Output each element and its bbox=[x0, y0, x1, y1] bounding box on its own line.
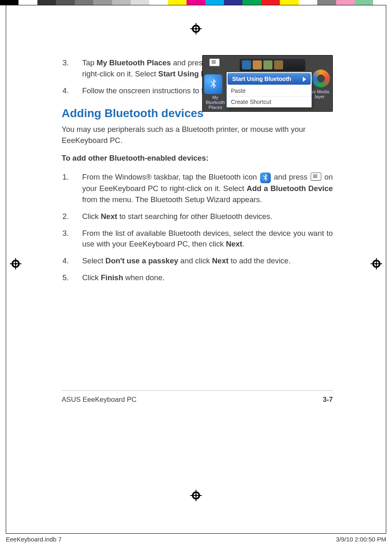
bluetooth-icon bbox=[204, 74, 222, 94]
menu-key-icon bbox=[311, 173, 321, 181]
add-step-4: 4. Select Don't use a passkey and click … bbox=[62, 256, 333, 267]
menu-item-paste[interactable]: Paste bbox=[227, 85, 311, 97]
add-device-steps: 1. From the Windows® taskbar, tap the Bl… bbox=[62, 172, 333, 283]
step-number: 3. bbox=[62, 228, 82, 250]
step-number: 2. bbox=[62, 211, 82, 222]
svg-rect-14 bbox=[371, 263, 382, 264]
registration-mark-top bbox=[190, 23, 202, 35]
step-number: 3. bbox=[62, 58, 82, 80]
printer-color-bar bbox=[0, 0, 392, 5]
step-number: 5. bbox=[62, 272, 82, 283]
bluetooth-desktop-label: My Bluetooth Places bbox=[203, 95, 228, 110]
page-content: My Bluetooth Places ws Media layer Start… bbox=[62, 58, 333, 404]
step-body: From the Windows® taskbar, tap the Bluet… bbox=[82, 172, 333, 205]
imprint-datetime: 3/9/10 2:00:50 PM bbox=[336, 536, 386, 543]
step-body: Click Next to start searching for other … bbox=[82, 211, 333, 222]
footer-product: ASUS EeeKeyboard PC bbox=[62, 396, 136, 404]
registration-mark-left bbox=[10, 258, 21, 270]
svg-rect-4 bbox=[190, 28, 202, 29]
step-number: 1. bbox=[62, 172, 82, 205]
add-step-2: 2. Click Next to start searching for oth… bbox=[62, 211, 333, 222]
print-imprint: EeeKeyboard.indb 7 3/9/10 2:00:50 PM bbox=[6, 536, 386, 543]
add-step-3: 3. From the list of available Bluetooth … bbox=[62, 228, 333, 250]
add-step-5: 5. Click Finish when done. bbox=[62, 272, 333, 283]
media-player-icon bbox=[312, 69, 330, 88]
context-menu-screenshot: My Bluetooth Places ws Media layer Start… bbox=[202, 55, 333, 112]
taskbar-icons bbox=[240, 59, 305, 71]
imprint-file: EeeKeyboard.indb 7 bbox=[6, 536, 62, 543]
step-body: From the list of available Bluetooth dev… bbox=[82, 228, 333, 250]
menu-key-icon bbox=[209, 58, 220, 67]
step-number: 4. bbox=[62, 85, 82, 97]
add-step-1: 1. From the Windows® taskbar, tap the Bl… bbox=[62, 172, 333, 205]
svg-rect-9 bbox=[10, 263, 21, 264]
footer-page-number: 3-7 bbox=[323, 396, 333, 404]
intro-paragraph: You may use peripherals such as a Blueto… bbox=[62, 124, 333, 146]
step-body: Select Don't use a passkey and click Nex… bbox=[82, 256, 333, 267]
step-number: 4. bbox=[62, 256, 82, 267]
svg-rect-19 bbox=[190, 495, 202, 496]
registration-mark-bottom bbox=[190, 490, 202, 501]
context-menu: Start Using Bluetooth Paste Create Short… bbox=[226, 72, 312, 108]
menu-item-start-bluetooth[interactable]: Start Using Bluetooth bbox=[228, 73, 311, 85]
step-body: Click Finish when done. bbox=[82, 272, 333, 283]
page-footer: ASUS EeeKeyboard PC 3-7 bbox=[62, 390, 333, 404]
procedure-subhead: To add other Bluetooth-enabled devices: bbox=[62, 154, 333, 163]
registration-mark-right bbox=[371, 258, 382, 270]
bluetooth-tray-icon bbox=[260, 173, 271, 183]
menu-item-create-shortcut[interactable]: Create Shortcut bbox=[227, 97, 311, 107]
